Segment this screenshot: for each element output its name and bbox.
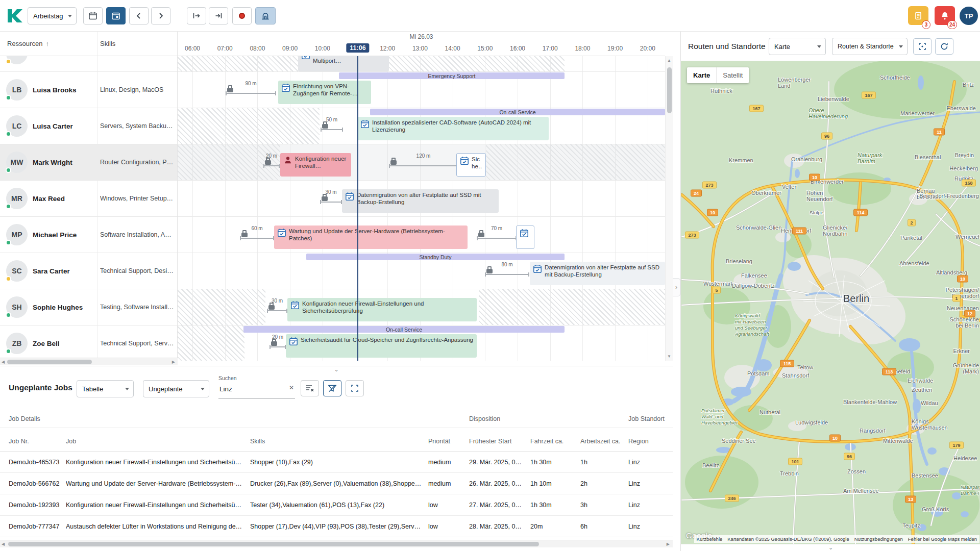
resources-horizontal-scrollbar[interactable]: ◀ ▶ (0, 358, 178, 365)
travel-time[interactable]: 120 m (389, 155, 458, 169)
next-button[interactable] (151, 7, 170, 24)
refresh-map-button[interactable] (935, 38, 953, 55)
shift-band[interactable]: Emergency Support (339, 72, 565, 79)
resource-row[interactable]: SC Sara Carter Technical Support, Design… (0, 253, 177, 289)
filter-button[interactable] (323, 380, 341, 396)
clear-sorting-button[interactable] (301, 380, 319, 396)
shift-band[interactable]: Standby Duty (306, 254, 565, 260)
job-row[interactable]: DemoJob-192393Konfiguration neuer Firewa… (0, 494, 673, 516)
scroll-up-icon[interactable]: ▲ (667, 58, 671, 63)
attrib-shortcuts[interactable]: Kurzbefehle (697, 536, 723, 542)
user-avatar[interactable]: TP (960, 7, 978, 25)
map-layer-dropdown[interactable]: Karte (769, 38, 826, 55)
map-tab[interactable]: Karte (687, 67, 716, 83)
travel-time[interactable]: 30 m (267, 299, 287, 314)
task[interactable]: Installation spezialisierter CAD-Softwar… (357, 117, 549, 140)
resource-row[interactable]: MR Max Reed Windows, Printer Setup, Docu… (0, 181, 177, 217)
resource-row[interactable]: MP Michael Price Software Installation, … (0, 217, 177, 253)
col-job-nr[interactable]: Job Nr. (9, 438, 66, 445)
jobs-filter-dropdown[interactable]: Ungeplante (143, 380, 209, 397)
jump-to-end-button[interactable] (209, 7, 228, 24)
task[interactable]: Datenmigration von alter Festplatte auf … (530, 262, 665, 285)
scrollbar-thumb[interactable] (8, 542, 539, 546)
jobs-view-dropdown[interactable]: Tabelle (77, 380, 134, 397)
resource-row[interactable]: LB Luisa Brooks Linux, Design, MacOS (0, 72, 177, 108)
scheduler-collapse-handle[interactable]: ⌄ (0, 366, 673, 373)
scroll-left-icon[interactable]: ◀ (2, 360, 5, 364)
resource-row[interactable] (0, 56, 177, 72)
map-collapse-handle[interactable]: ⌄ (681, 544, 980, 551)
satellite-tab[interactable]: Satellit (717, 67, 749, 83)
job-row[interactable]: DemoJob-566762Wartung und Update der Ser… (0, 473, 673, 494)
scroll-right-icon[interactable]: ▶ (172, 360, 175, 364)
timeline-row: Emergency Support 90 m Einrichtung von V… (178, 72, 665, 108)
travel-time[interactable]: 90 m (226, 82, 276, 96)
task[interactable]: Hubs durch USB-C-Multiport… (298, 56, 389, 71)
prev-button[interactable] (129, 7, 149, 24)
map-label: Panketal (900, 235, 922, 241)
resource-row[interactable]: SH Sophie Hughes Testing, Software Insta… (0, 289, 177, 325)
scrollbar-thumb[interactable] (667, 67, 672, 113)
jump-to-start-button[interactable] (187, 7, 206, 24)
attrib-terms[interactable]: Nutzungsbedingungen (854, 536, 903, 542)
emergency-toggle-button[interactable] (232, 7, 252, 24)
map-label: Wustermark (703, 281, 734, 287)
search-clear-icon[interactable]: ✕ (289, 384, 294, 391)
col-arbeitszeit[interactable]: Arbeitszeit ca. (580, 438, 628, 445)
task[interactable]: Konfiguration neuer Firewall-Einstellung… (287, 298, 477, 321)
travel-time[interactable]: 70 m (477, 227, 517, 241)
jobs-horizontal-scrollbar[interactable]: ◀ ▶ (0, 540, 673, 547)
map-label: Rangsdorf (860, 428, 886, 434)
travel-time[interactable]: 80 m (485, 263, 529, 278)
col-start[interactable]: Frühester Start (469, 438, 530, 445)
travel-time[interactable]: 60 m (240, 227, 274, 241)
map-mode-dropdown[interactable]: Routen & Standorte (832, 38, 908, 55)
travel-time[interactable]: 30 m (320, 191, 342, 205)
travel-time[interactable]: 20 m (263, 155, 280, 169)
col-job[interactable]: Job (66, 438, 250, 445)
resource-row[interactable]: ZB Zoe Bell Technical Support, Servers, … (0, 325, 177, 361)
planning-board-button[interactable] (255, 7, 276, 24)
scheduler-vertical-scrollbar[interactable]: ▲ ▼ (665, 56, 673, 361)
fit-map-button[interactable] (913, 38, 932, 55)
job-row[interactable]: DemoJob-465373Konfiguration neuer Firewa… (0, 452, 673, 473)
shift-band[interactable]: On-call Service (370, 109, 665, 115)
col-prio[interactable]: Priorität (428, 438, 469, 445)
scroll-left-icon[interactable]: ◀ (2, 542, 5, 546)
scroll-down-icon[interactable]: ▼ (667, 354, 671, 359)
timeline-body[interactable]: Hubs durch USB-C-Multiport… Emergency Su… (178, 56, 665, 361)
calendar-board-button[interactable] (106, 7, 126, 24)
col-skills[interactable]: Skills (250, 438, 428, 445)
travel-time[interactable]: 50 m (321, 118, 343, 133)
status-dot (6, 131, 11, 137)
map-label: Eberswalde (947, 105, 976, 111)
job-row[interactable]: DemoJob-777347Austausch defekter Lüfter … (0, 516, 673, 537)
shift-band[interactable]: On-call Service (243, 326, 565, 333)
search-input[interactable] (218, 382, 281, 395)
attrib-report[interactable]: Fehler bei Google Maps melden (908, 536, 977, 542)
task[interactable]: Wartung und Update der Server-Hardware (… (274, 226, 468, 249)
col-region[interactable]: Region (628, 438, 673, 445)
resource-row-selected[interactable]: MW Mark Wright Router Configuration, Pri… (0, 144, 177, 181)
col-fahrzeit[interactable]: Fahrzeit ca. (530, 438, 580, 445)
task[interactable]: Sic he… (456, 153, 486, 177)
task[interactable]: Sic he… (516, 226, 534, 249)
task[interactable]: Sicherheitsaudit für Cloud-Speicher und … (286, 334, 477, 358)
task[interactable]: Datenmigration von alter Festplatte auf … (342, 189, 499, 213)
scrollbar-thumb[interactable] (7, 360, 92, 364)
view-mode-dropdown[interactable]: Arbeitstag (28, 7, 77, 24)
calendar-day-button[interactable] (83, 7, 103, 24)
resource-row[interactable]: LC Luisa Carter Servers, System Backup, … (0, 108, 177, 144)
map-panel-collapse-handle[interactable]: › (673, 278, 680, 296)
sort-asc-icon[interactable]: ↑ (45, 40, 49, 47)
status-dot (6, 240, 11, 245)
avatar: MW (6, 152, 28, 173)
scroll-right-icon[interactable]: ▶ (667, 542, 670, 546)
map[interactable]: RüthnickLöwenbergerLandLiebenwaldeSchorf… (681, 61, 980, 544)
task-calendar-icon (460, 156, 469, 165)
map-attribution: Kurzbefehle Kartendaten ©2025 GeoBasis-D… (694, 535, 979, 543)
travel-time[interactable]: 20 m (270, 336, 286, 350)
expand-table-button[interactable] (346, 380, 364, 396)
task[interactable]: Konfiguration neuer Firewall… (280, 153, 351, 177)
resources-header: Ressourcen↑ Skills (0, 32, 178, 56)
